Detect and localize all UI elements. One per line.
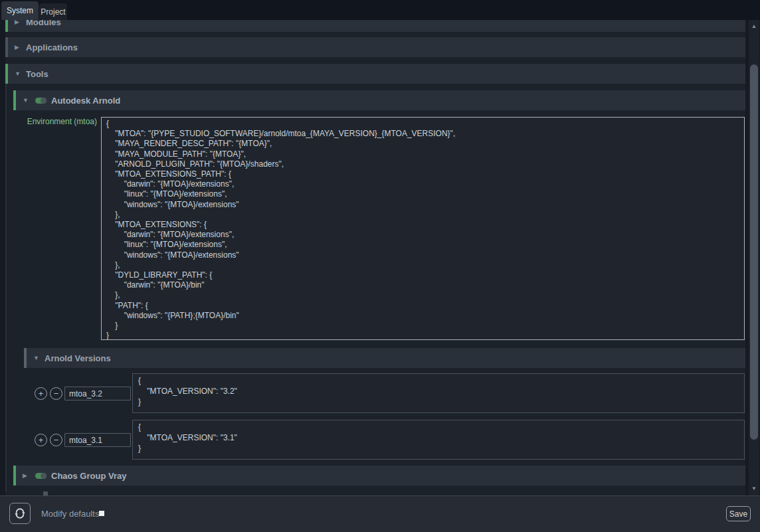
section-header-tools[interactable]: ▼ Tools — [5, 64, 745, 84]
section-title: Modules — [26, 20, 61, 27]
version-name-input[interactable] — [64, 387, 131, 400]
section-title: Arnold Versions — [45, 353, 111, 363]
scrollbar-thumb[interactable] — [750, 64, 758, 440]
modify-defaults-label: Modify defaults — [41, 509, 99, 519]
refresh-button[interactable] — [9, 503, 31, 524]
section-header-chaos-group-vray[interactable]: ▶ Chaos Group Vray — [13, 466, 745, 486]
caret-right-icon[interactable]: ▶ — [15, 44, 21, 50]
caret-right-icon[interactable]: ▶ — [23, 472, 29, 479]
add-version-button[interactable]: + — [35, 434, 47, 446]
settings-scroll-area: ▶ Modules ▶ Applications ▼ Tools ▼ Autod… — [0, 20, 760, 495]
version-env-textarea[interactable]: { "MTOA_VERSION": "3.1" } — [132, 420, 745, 460]
caret-down-icon[interactable]: ▼ — [23, 97, 29, 104]
scroll-up-icon[interactable]: ▲ — [749, 21, 759, 31]
section-title: Applications — [26, 43, 78, 52]
vertical-scrollbar[interactable]: ▲ ▼ — [749, 20, 759, 495]
tab-project[interactable]: Project — [39, 3, 67, 20]
remove-version-button[interactable]: − — [50, 387, 62, 400]
environment-mtoa-textarea[interactable]: { "MTOA": "{PYPE_STUDIO_SOFTWARE}/arnold… — [101, 117, 745, 340]
toggle-knob — [41, 473, 47, 479]
remove-version-button[interactable]: − — [50, 434, 62, 446]
environment-mtoa-label: Environment (mtoa) — [5, 117, 97, 126]
save-button[interactable]: Save — [726, 506, 751, 521]
section-header-arnold-versions[interactable]: ▼ Arnold Versions — [24, 348, 745, 368]
version-name-input[interactable] — [64, 433, 131, 447]
section-title: Chaos Group Vray — [51, 471, 126, 481]
vray-enabled-toggle[interactable] — [35, 473, 47, 479]
add-version-button[interactable]: + — [35, 387, 47, 400]
section-header-modules[interactable]: ▶ Modules — [5, 20, 745, 32]
section-title: Autodesk Arnold — [51, 96, 120, 106]
caret-down-icon[interactable]: ▼ — [33, 355, 40, 361]
arnold-enabled-toggle[interactable] — [35, 98, 47, 104]
scroll-down-icon[interactable]: ▼ — [749, 484, 759, 493]
tools-indent-rule — [5, 84, 7, 491]
section-header-applications[interactable]: ▶ Applications — [5, 37, 745, 57]
tab-system[interactable]: System — [1, 1, 39, 20]
version-env-textarea[interactable]: { "MTOA_VERSION": "3.2" } — [132, 373, 745, 413]
modify-defaults-checkbox[interactable] — [99, 511, 104, 516]
section-title: Tools — [26, 69, 48, 79]
tab-bar: System Project — [0, 0, 760, 20]
footer-bar: Modify defaults Save — [0, 495, 760, 532]
caret-right-icon[interactable]: ▶ — [15, 20, 21, 25]
section-header-autodesk-arnold[interactable]: ▼ Autodesk Arnold — [13, 90, 745, 110]
caret-down-icon[interactable]: ▼ — [15, 70, 21, 77]
refresh-icon — [14, 507, 26, 519]
toggle-knob — [41, 98, 47, 104]
